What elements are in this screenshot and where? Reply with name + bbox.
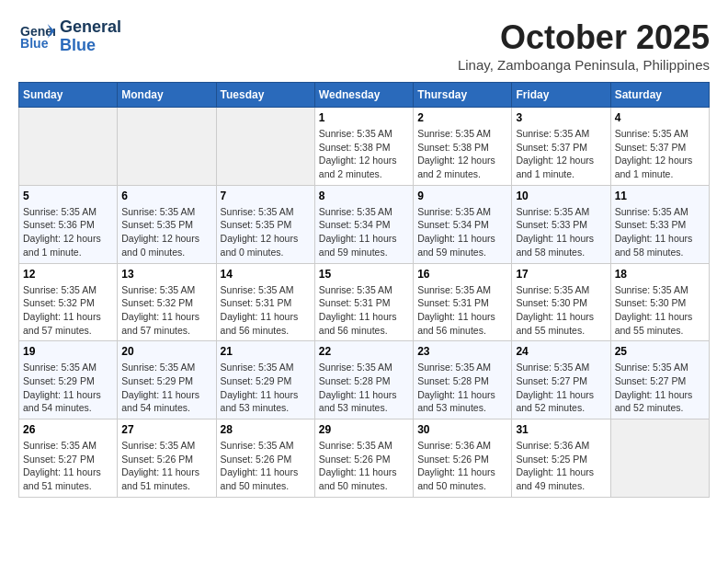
weekday-header-row: SundayMondayTuesdayWednesdayThursdayFrid…: [19, 83, 710, 108]
calendar-cell: 20Sunrise: 5:35 AM Sunset: 5:29 PM Dayli…: [118, 341, 216, 419]
day-info: Sunrise: 5:35 AM Sunset: 5:38 PM Dayligh…: [319, 127, 409, 181]
calendar-cell: 18Sunrise: 5:35 AM Sunset: 5:30 PM Dayli…: [610, 263, 709, 341]
day-info: Sunrise: 5:36 AM Sunset: 5:25 PM Dayligh…: [516, 439, 606, 493]
day-info: Sunrise: 5:35 AM Sunset: 5:26 PM Dayligh…: [221, 439, 311, 493]
day-number: 9: [417, 190, 507, 202]
calendar-week-row: 12Sunrise: 5:35 AM Sunset: 5:32 PM Dayli…: [19, 263, 710, 341]
day-number: 22: [319, 345, 409, 358]
weekday-header-monday: Monday: [118, 83, 216, 108]
calendar-cell: 5Sunrise: 5:35 AM Sunset: 5:36 PM Daylig…: [19, 185, 118, 263]
day-number: 30: [417, 423, 507, 436]
day-number: 1: [319, 111, 409, 124]
calendar-cell: 24Sunrise: 5:35 AM Sunset: 5:27 PM Dayli…: [512, 341, 610, 419]
calendar-cell: 4Sunrise: 5:35 AM Sunset: 5:37 PM Daylig…: [610, 108, 709, 186]
calendar-cell: 12Sunrise: 5:35 AM Sunset: 5:32 PM Dayli…: [19, 263, 118, 341]
day-number: 19: [23, 345, 113, 358]
calendar-week-row: 1Sunrise: 5:35 AM Sunset: 5:38 PM Daylig…: [19, 108, 710, 186]
calendar-table: SundayMondayTuesdayWednesdayThursdayFrid…: [18, 82, 710, 498]
day-number: 16: [417, 268, 507, 281]
day-info: Sunrise: 5:35 AM Sunset: 5:30 PM Dayligh…: [615, 283, 705, 338]
day-info: Sunrise: 5:35 AM Sunset: 5:27 PM Dayligh…: [23, 439, 113, 493]
day-info: Sunrise: 5:35 AM Sunset: 5:35 PM Dayligh…: [121, 205, 211, 259]
calendar-cell: 15Sunrise: 5:35 AM Sunset: 5:31 PM Dayli…: [314, 263, 413, 341]
day-info: Sunrise: 5:35 AM Sunset: 5:28 PM Dayligh…: [417, 361, 507, 415]
day-number: 4: [615, 111, 705, 124]
day-number: 18: [615, 268, 705, 281]
calendar-week-row: 19Sunrise: 5:35 AM Sunset: 5:29 PM Dayli…: [19, 341, 710, 419]
month-title: October 2025: [458, 18, 710, 57]
day-info: Sunrise: 5:35 AM Sunset: 5:33 PM Dayligh…: [516, 205, 606, 259]
day-info: Sunrise: 5:35 AM Sunset: 5:34 PM Dayligh…: [319, 205, 409, 259]
calendar-cell: 17Sunrise: 5:35 AM Sunset: 5:30 PM Dayli…: [512, 263, 610, 341]
logo-icon: General Blue: [18, 20, 55, 52]
day-number: 20: [121, 345, 211, 358]
day-number: 29: [319, 423, 409, 436]
calendar-cell: 16Sunrise: 5:35 AM Sunset: 5:31 PM Dayli…: [414, 263, 512, 341]
day-info: Sunrise: 5:35 AM Sunset: 5:27 PM Dayligh…: [615, 361, 705, 415]
calendar-cell: 1Sunrise: 5:35 AM Sunset: 5:38 PM Daylig…: [314, 108, 413, 186]
day-info: Sunrise: 5:35 AM Sunset: 5:37 PM Dayligh…: [516, 127, 606, 181]
day-number: 8: [319, 190, 409, 202]
day-number: 10: [516, 190, 606, 202]
calendar-cell: 7Sunrise: 5:35 AM Sunset: 5:35 PM Daylig…: [216, 185, 314, 263]
calendar-cell: [19, 108, 118, 186]
day-number: 15: [319, 268, 409, 281]
calendar-cell: 11Sunrise: 5:35 AM Sunset: 5:33 PM Dayli…: [610, 185, 709, 263]
weekday-header-sunday: Sunday: [19, 83, 118, 108]
calendar-cell: 14Sunrise: 5:35 AM Sunset: 5:31 PM Dayli…: [216, 263, 314, 341]
calendar-cell: 19Sunrise: 5:35 AM Sunset: 5:29 PM Dayli…: [19, 341, 118, 419]
day-info: Sunrise: 5:35 AM Sunset: 5:27 PM Dayligh…: [516, 361, 606, 415]
day-info: Sunrise: 5:35 AM Sunset: 5:28 PM Dayligh…: [319, 361, 409, 415]
weekday-header-friday: Friday: [512, 83, 610, 108]
calendar-cell: 10Sunrise: 5:35 AM Sunset: 5:33 PM Dayli…: [512, 185, 610, 263]
calendar-cell: [216, 108, 314, 186]
day-info: Sunrise: 5:35 AM Sunset: 5:36 PM Dayligh…: [23, 205, 113, 259]
title-block: October 2025 Linay, Zamboanga Peninsula,…: [458, 18, 710, 73]
calendar-cell: [610, 419, 709, 498]
calendar-cell: 26Sunrise: 5:35 AM Sunset: 5:27 PM Dayli…: [19, 419, 118, 498]
day-number: 12: [23, 268, 113, 281]
day-number: 11: [615, 190, 705, 202]
day-info: Sunrise: 5:35 AM Sunset: 5:29 PM Dayligh…: [23, 361, 113, 415]
day-number: 25: [615, 345, 705, 358]
calendar-cell: 8Sunrise: 5:35 AM Sunset: 5:34 PM Daylig…: [314, 185, 413, 263]
calendar-cell: 6Sunrise: 5:35 AM Sunset: 5:35 PM Daylig…: [118, 185, 216, 263]
calendar-cell: 29Sunrise: 5:35 AM Sunset: 5:26 PM Dayli…: [314, 419, 413, 498]
day-info: Sunrise: 5:36 AM Sunset: 5:26 PM Dayligh…: [417, 439, 507, 493]
day-number: 13: [121, 268, 211, 281]
calendar-cell: 21Sunrise: 5:35 AM Sunset: 5:29 PM Dayli…: [216, 341, 314, 419]
weekday-header-tuesday: Tuesday: [216, 83, 314, 108]
calendar-cell: 3Sunrise: 5:35 AM Sunset: 5:37 PM Daylig…: [512, 108, 610, 186]
day-info: Sunrise: 5:35 AM Sunset: 5:26 PM Dayligh…: [121, 439, 211, 493]
day-number: 23: [417, 345, 507, 358]
calendar-cell: 25Sunrise: 5:35 AM Sunset: 5:27 PM Dayli…: [610, 341, 709, 419]
day-number: 7: [221, 190, 311, 202]
svg-text:Blue: Blue: [20, 36, 49, 51]
day-info: Sunrise: 5:35 AM Sunset: 5:29 PM Dayligh…: [221, 361, 311, 415]
page-header: General Blue General Blue October 2025 L…: [18, 18, 710, 73]
logo: General Blue General Blue: [18, 18, 121, 55]
day-info: Sunrise: 5:35 AM Sunset: 5:29 PM Dayligh…: [121, 361, 211, 415]
day-number: 26: [23, 423, 113, 436]
day-info: Sunrise: 5:35 AM Sunset: 5:26 PM Dayligh…: [319, 439, 409, 493]
logo-text-line1: General: [60, 18, 121, 37]
location-title: Linay, Zamboanga Peninsula, Philippines: [458, 57, 710, 73]
calendar-week-row: 26Sunrise: 5:35 AM Sunset: 5:27 PM Dayli…: [19, 419, 710, 498]
day-number: 14: [221, 268, 311, 281]
day-info: Sunrise: 5:35 AM Sunset: 5:31 PM Dayligh…: [319, 283, 409, 338]
day-number: 28: [221, 423, 311, 436]
logo-text-line2: Blue: [60, 37, 121, 55]
day-number: 21: [221, 345, 311, 358]
day-info: Sunrise: 5:35 AM Sunset: 5:32 PM Dayligh…: [23, 283, 113, 338]
weekday-header-thursday: Thursday: [414, 83, 512, 108]
calendar-cell: 22Sunrise: 5:35 AM Sunset: 5:28 PM Dayli…: [314, 341, 413, 419]
day-number: 17: [516, 268, 606, 281]
day-number: 24: [516, 345, 606, 358]
day-number: 31: [516, 423, 606, 436]
day-number: 27: [121, 423, 211, 436]
day-info: Sunrise: 5:35 AM Sunset: 5:38 PM Dayligh…: [417, 127, 507, 181]
day-info: Sunrise: 5:35 AM Sunset: 5:37 PM Dayligh…: [615, 127, 705, 181]
day-info: Sunrise: 5:35 AM Sunset: 5:34 PM Dayligh…: [417, 205, 507, 259]
day-number: 6: [121, 190, 211, 202]
weekday-header-wednesday: Wednesday: [314, 83, 413, 108]
